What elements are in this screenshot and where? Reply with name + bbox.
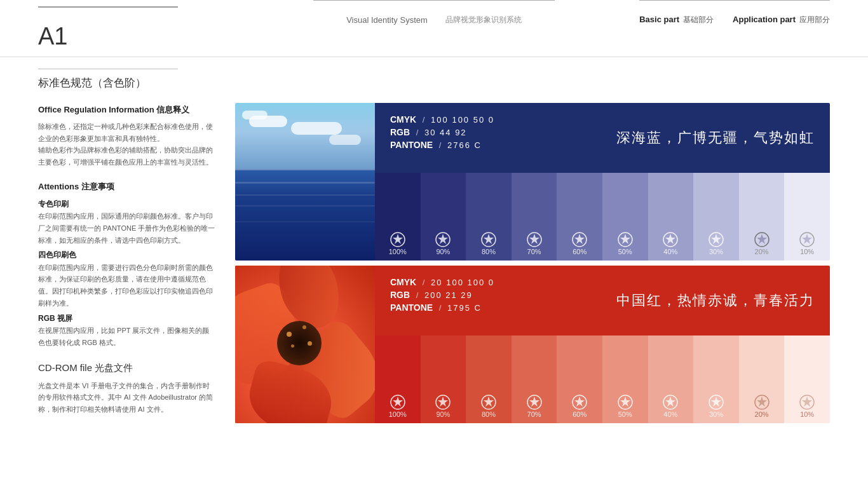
blue-swatch-label-50: 50% [618,248,632,255]
red-swatch-40: 40% [648,336,694,423]
red-swatch-80: 80% [466,336,512,423]
left-sidebar: Office Regulation Information 信息释义 除标准色，… [38,103,216,427]
blue-panel-right: CMYK / 100 100 50 0 RGB / 30 44 92 PANTO… [375,103,830,261]
right-divider-line [639,0,830,1]
red-swatch-90: 90% [421,336,466,423]
blue-swatch-100: 100% [375,173,421,261]
blue-panel-info: CMYK / 100 100 50 0 RGB / 30 44 92 PANTO… [375,103,830,173]
red-panel-info: CMYK / 20 100 100 0 RGB / 200 21 29 PANT… [375,266,830,336]
red-swatch-label-50: 50% [618,410,632,418]
svg-point-1 [396,238,400,241]
blue-swatch-label-80: 80% [482,248,496,255]
header: A1 Visual Identity System 品牌视觉形象识别系统 Bas… [0,0,868,57]
app-part-zh: 应用部分 [799,15,830,25]
red-swatch-label-80: 80% [482,410,496,418]
red-swatch-50: 50% [602,336,648,423]
basic-part-en: Basic part [639,15,679,24]
main-content: Office Regulation Information 信息释义 除标准色，… [0,97,868,433]
red-cmyk-label: CMYK [390,277,416,287]
sidebar-cdrom-text: 光盘文件是本 VI 手册电子文件的集合，内含手册制作时的专用软件格式文件。其中 … [38,380,216,416]
basic-part-zh: 基础部分 [683,15,714,25]
red-swatch-label-20: 20% [755,410,769,418]
red-pantone-label: PANTONE [390,302,433,313]
red-swatch-60: 60% [557,336,602,423]
blue-rgb-label: RGB [390,127,410,137]
red-swatch-100: 100% [375,336,421,423]
blue-pantone-values: 2766 C [447,140,482,150]
red-panel: CMYK / 20 100 100 0 RGB / 200 21 29 PANT… [235,266,830,423]
blue-tagline: 深海蓝，广博无疆，气势如虹 [616,128,815,147]
blue-swatch-label-20: 20% [755,248,769,255]
red-swatch-10: 10% [784,336,830,423]
red-swatch-label-90: 90% [436,410,450,418]
red-swatches-row: 100% 90% 80% [375,336,830,423]
blue-swatch-label-100: 100% [389,248,407,255]
subtitle-divider [38,69,178,69]
blue-swatch-50: 50% [602,173,648,261]
blue-swatch-label-70: 70% [527,248,541,255]
sidebar-info-title: Office Regulation Information 信息释义 [38,103,216,117]
blue-swatch-60: 60% [557,173,602,261]
blue-swatch-40: 40% [648,173,694,261]
app-part-nav[interactable]: Application part 应用部分 [733,15,830,25]
blue-swatch-label-10: 10% [800,248,814,255]
blue-panel-image [235,103,375,261]
red-swatch-label-40: 40% [663,410,677,418]
sidebar-rgb-label: RGB 视屏 [38,312,216,325]
red-panel-image [235,266,375,423]
blue-rgb-values: 30 44 92 [424,128,467,137]
red-swatch-30: 30% [693,336,739,423]
red-swatch-label-10: 10% [800,410,814,418]
vis-label: Visual Identity System [346,15,428,25]
blue-swatch-label-90: 90% [436,248,450,255]
color-panels: CMYK / 100 100 50 0 RGB / 30 44 92 PANTO… [235,103,830,427]
sidebar-info-text: 除标准色，还指定一种或几种色彩来配合标准色使用，使企业的色彩形象更加丰富和具有独… [38,121,216,168]
sidebar-attention-section: Attentions 注意事项 专色印刷 在印刷范围内应用，国际通用的印刷颜色标… [38,180,216,348]
red-swatch-20: 20% [739,336,785,423]
sidebar-attention-title: Attentions 注意事项 [38,180,216,194]
basic-part-nav[interactable]: Basic part 基础部分 [639,15,714,25]
sidebar-cdrom-title: CD-ROM file 光盘文件 [38,360,216,376]
subtitle-section: 标准色规范（含色阶） [0,57,868,97]
sidebar-specialcolor-label: 专色印刷 [38,198,216,210]
red-rgb-label: RGB [390,290,410,300]
blue-swatch-90: 90% [421,173,466,261]
red-swatch-label-70: 70% [527,410,541,418]
red-swatch-70: 70% [512,336,557,423]
svg-point-12 [396,400,400,404]
blue-swatch-label-60: 60% [573,248,587,255]
red-panel-right: CMYK / 20 100 100 0 RGB / 200 21 29 PANT… [375,266,830,423]
blue-swatch-10: 10% [784,173,830,261]
blue-swatch-20: 20% [739,173,785,261]
page-subtitle: 标准色规范（含色阶） [38,76,830,90]
sidebar-info-section: Office Regulation Information 信息释义 除标准色，… [38,103,216,168]
red-rgb-values: 200 21 29 [424,290,473,300]
zh-label: 品牌视觉形象识别系统 [445,15,522,25]
blue-cmyk-spec: CMYK / 100 100 50 0 [390,114,815,125]
blue-swatch-label-40: 40% [663,248,677,255]
blue-cmyk-values: 100 100 50 0 [431,115,494,125]
red-tagline: 中国红，热情赤诚，青春活力 [616,291,815,310]
sidebar-fourcolor-text: 在印刷范围内应用，需要进行四色分色印刷时所需的颜色标准，为保证印刷的色彩质量，请… [38,262,216,309]
blue-pantone-label: PANTONE [390,140,433,150]
sidebar-specialcolor-text: 在印刷范围内应用，国际通用的印刷颜色标准。客户与印厂之间需要有统一的 PANTO… [38,210,216,246]
a1-label: A1 [38,23,114,50]
header-top-line [38,6,178,8]
sidebar-rgb-text: 在视屏范围内应用，比如 PPT 展示文件，图像相关的颜色也要转化成 RGB 格式… [38,325,216,348]
red-pantone-values: 1795 C [447,303,482,313]
blue-swatch-label-30: 30% [709,248,723,255]
sidebar-cdrom-section: CD-ROM file 光盘文件 光盘文件是本 VI 手册电子文件的集合，内含手… [38,360,216,416]
red-cmyk-values: 20 100 100 0 [431,278,494,287]
red-swatch-label-100: 100% [389,410,407,418]
blue-swatch-70: 70% [512,173,557,261]
red-swatch-label-60: 60% [573,410,587,418]
blue-swatch-80: 80% [466,173,512,261]
red-cmyk-spec: CMYK / 20 100 100 0 [390,277,815,287]
sidebar-fourcolor-label: 四色印刷色 [38,248,216,261]
app-part-en: Application part [733,15,796,24]
red-swatch-label-30: 30% [709,410,723,418]
blue-cmyk-label: CMYK [390,114,416,125]
center-divider-line [313,0,555,1]
blue-panel: CMYK / 100 100 50 0 RGB / 30 44 92 PANTO… [235,103,830,261]
blue-swatches-row: 100% 90% 80% [375,173,830,261]
